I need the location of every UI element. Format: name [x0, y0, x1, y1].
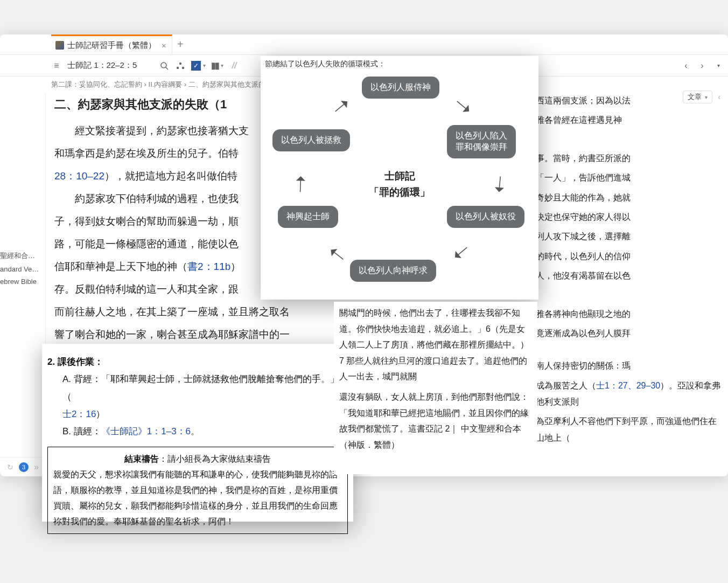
book-icon — [55, 41, 64, 50]
close-icon[interactable]: × — [162, 41, 166, 50]
arrow-icon: ➝ — [323, 241, 350, 269]
cycle-node: 以色列人被拯救 — [272, 129, 350, 151]
bible-ref-link[interactable]: 士1：27、29–30 — [596, 381, 660, 390]
article-label: 文章 — [688, 92, 702, 102]
passage-popup: 關城門的時候，他們出去了，往哪裡去我卻不知道。你們快快地去追趕，就必追上。」6（… — [334, 302, 537, 474]
svg-line-1 — [166, 67, 168, 70]
arrow-icon: ➝ — [447, 239, 475, 267]
svg-point-2 — [177, 66, 179, 68]
tab-bar: 士師記研習手冊（繁體） × + — [0, 34, 728, 55]
tab-title: 士師記研習手冊（繁體） — [67, 40, 156, 51]
bible-ref-link[interactable]: 士2：16 — [62, 409, 96, 419]
bible-ref-link[interactable]: 書2：11b — [187, 261, 230, 272]
bible-ref-link[interactable]: 《士師記》1：1–3：6 — [101, 426, 191, 436]
notification-badge[interactable]: 3 — [19, 462, 29, 472]
right-column: 西這兩個支派；因為以法 雅各曾經在這裡遇見神 事。當時，約書亞所派的 「一人」，… — [529, 93, 728, 454]
left-rail-footer: ↻ 3 » — [0, 457, 46, 476]
share-icon[interactable] — [175, 62, 186, 70]
cycle-diagram-popup: 節總結了以色列人失敗的循環模式： 士師記「罪的循環」 以色列人服侍神 以色列人陷… — [261, 56, 538, 300]
cycle-node: 以色列人陷入 罪和偶像崇拜 — [447, 125, 516, 158]
check-icon: ✓ — [191, 61, 201, 71]
active-tab[interactable]: 士師記研習手冊（繁體） × — [51, 34, 172, 55]
nav-back-icon[interactable]: ‹ — [681, 61, 691, 71]
prayer-body: 親愛的天父，懇求祢讓我們有能聽的耳和謙卑的心，使我們能夠聽見祢的話語，順服祢的教… — [53, 467, 342, 529]
columns-toggle[interactable]: ▮▮ ▾ — [211, 60, 223, 71]
cycle-center-label: 士師記「罪的循環」 — [369, 168, 430, 201]
cycle-node: 神興起士師 — [278, 206, 338, 228]
bible-ref-link[interactable]: 28：10–22 — [54, 170, 104, 182]
arrow-icon: ➝ — [327, 92, 355, 120]
homework-popup: 2. 課後作業： 背經：「耶和華興起士師，士師就拯救他們脫離搶奪他們的手。」（ … — [42, 344, 353, 522]
highlight-toggle[interactable]: ✓ ▾ — [191, 61, 206, 71]
prayer-box: 結束禱告：請小組長為大家做結束禱告 親愛的天父，懇求祢讓我們有能聽的耳和謙卑的心… — [47, 447, 348, 534]
svg-point-0 — [161, 63, 166, 68]
arrow-icon: ➝ — [489, 174, 512, 194]
rail-item[interactable]: 聖經和合… — [0, 249, 45, 263]
article-dropdown[interactable]: 文章 ▾ — [683, 91, 712, 103]
reference-input[interactable]: 士師記 1：22–2：5 — [67, 60, 153, 71]
homework-item: 背經：「耶和華興起士師，士師就拯救他們脫離搶奪他們的手。」（ 士2：16） — [62, 371, 348, 423]
homework-title: 2. 課後作業： — [47, 353, 348, 371]
chevron-down-icon[interactable]: ▾ — [713, 63, 724, 68]
sync-icon[interactable]: ↻ — [7, 463, 13, 471]
svg-point-4 — [182, 66, 184, 68]
prayer-title: 結束禱告 — [124, 454, 159, 463]
left-rail: 聖經和合… andard Ve… ebrew Bible — [0, 93, 46, 454]
menu-icon[interactable]: ≡ — [51, 61, 62, 71]
passage-text: 關城門的時候，他們出去了，往哪裡去我卻不知道。你們快快地去追趕，就必追上。」6（… — [339, 305, 532, 385]
svg-point-3 — [179, 62, 181, 64]
cycle-caption: 節總結了以色列人失敗的循環模式： — [265, 59, 534, 69]
homework-item: 讀經：《士師記》1：1–3：6。 — [62, 423, 348, 440]
rail-item[interactable]: ebrew Bible — [0, 275, 45, 288]
passage-text: 還沒有躺臥，女人就上房頂，到他們那對他們說：「我知道耶和華已經把這地賜們，並且因… — [339, 389, 532, 453]
rail-item[interactable]: andard Ve… — [0, 263, 45, 275]
cycle-node: 以色列人向神呼求 — [350, 260, 436, 282]
cycle-node: 以色列人被奴役 — [447, 206, 524, 228]
cycle-node: 以色列人服侍神 — [362, 77, 439, 99]
cycle-diagram: 士師記「罪的循環」 以色列人服侍神 以色列人陷入 罪和偶像崇拜 以色列人被奴役 … — [265, 71, 534, 297]
arrow-icon: ➝ — [450, 92, 478, 120]
parallel-icon[interactable]: // — [229, 61, 240, 71]
search-icon[interactable] — [159, 61, 170, 70]
arrow-icon: ➝ — [289, 175, 311, 193]
chevron-left-icon[interactable]: ‹ — [718, 93, 720, 101]
nav-forward-icon[interactable]: › — [697, 61, 708, 71]
add-tab-button[interactable]: + — [172, 38, 188, 51]
expand-icon[interactable]: » — [34, 462, 39, 472]
